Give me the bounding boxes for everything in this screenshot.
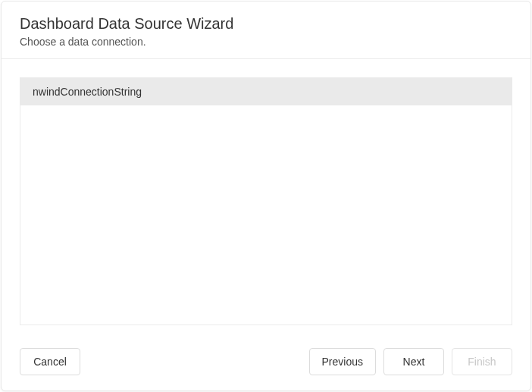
connection-list[interactable]: nwindConnectionString (20, 77, 512, 325)
next-button[interactable]: Next (383, 348, 444, 375)
wizard-header: Dashboard Data Source Wizard Choose a da… (2, 2, 530, 59)
finish-button[interactable]: Finish (452, 348, 512, 375)
list-item[interactable]: nwindConnectionString (20, 78, 512, 105)
wizard-dialog: Dashboard Data Source Wizard Choose a da… (1, 1, 531, 391)
cancel-button[interactable]: Cancel (20, 348, 80, 375)
wizard-subtitle: Choose a data connection. (20, 36, 512, 48)
wizard-body: nwindConnectionString (2, 59, 530, 339)
footer-right: Previous Next Finish (309, 348, 512, 375)
footer-left: Cancel (20, 348, 80, 375)
previous-button[interactable]: Previous (309, 348, 376, 375)
wizard-title: Dashboard Data Source Wizard (20, 14, 512, 34)
wizard-footer: Cancel Previous Next Finish (2, 339, 530, 390)
